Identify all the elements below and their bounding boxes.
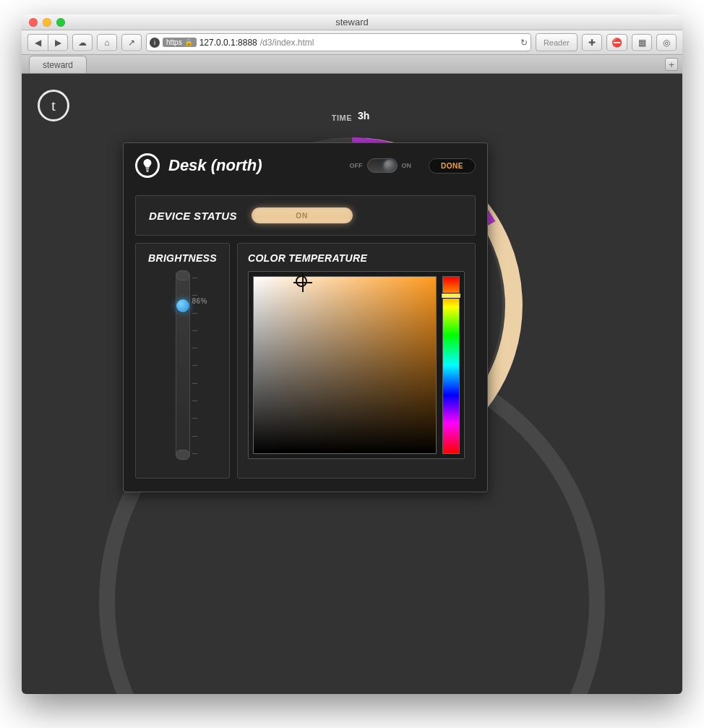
slider-cap-bottom bbox=[176, 450, 190, 460]
titlebar: steward bbox=[22, 14, 682, 30]
time-label: TIME bbox=[332, 114, 352, 122]
window-title: steward bbox=[22, 17, 682, 27]
svg-rect-4 bbox=[147, 171, 149, 172]
reader-button[interactable]: Reader bbox=[536, 33, 578, 51]
forward-button[interactable]: ▶ bbox=[48, 34, 68, 51]
share-icon: ↗ bbox=[128, 38, 135, 48]
power-toggle-group: OFF ON bbox=[350, 158, 412, 173]
brightness-slider[interactable]: 86% bbox=[158, 271, 208, 466]
slider-track bbox=[176, 271, 190, 459]
toggle-off-label: OFF bbox=[350, 162, 363, 169]
slider-cap-top bbox=[176, 270, 190, 281]
svg-rect-3 bbox=[146, 170, 149, 171]
url-path: /d3/index.html bbox=[260, 38, 314, 48]
icloud-button[interactable]: ☁ bbox=[72, 34, 93, 51]
brightness-value: 86% bbox=[192, 297, 208, 305]
color-temperature-label: COLOR TEMPERATURE bbox=[248, 252, 465, 264]
toggle-on-label: ON bbox=[402, 162, 412, 169]
device-status-label: DEVICE STATUS bbox=[149, 210, 237, 222]
new-tab-button[interactable]: + bbox=[665, 58, 678, 71]
modal-header: Desk (north) OFF ON DONE bbox=[135, 153, 476, 178]
toggle-knob bbox=[384, 160, 395, 171]
device-status-pill: ON bbox=[252, 207, 353, 223]
saturation-value-box[interactable] bbox=[253, 276, 437, 454]
scheme-pill: https 🔒 bbox=[163, 38, 197, 47]
tab-steward[interactable]: steward bbox=[29, 56, 87, 73]
color-picker bbox=[248, 271, 465, 459]
home-button[interactable]: ⌂ bbox=[97, 34, 117, 51]
lock-icon: 🔒 bbox=[184, 38, 193, 46]
brightness-panel: BRIGHTNESS 86% bbox=[135, 243, 230, 479]
svg-rect-2 bbox=[146, 168, 150, 169]
hue-slider[interactable] bbox=[442, 276, 460, 454]
time-value: 3h bbox=[358, 110, 369, 121]
device-status-value: ON bbox=[296, 212, 308, 220]
url-host: 127.0.0.1:8888 bbox=[199, 38, 257, 48]
extension-button-1[interactable]: ✚ bbox=[582, 34, 602, 51]
color-temperature-panel: COLOR TEMPERATURE bbox=[237, 243, 476, 479]
home-icon: ⌂ bbox=[104, 38, 109, 48]
browser-window: ⤡ steward ◀ ▶ ☁ ⌂ ↗ i https 🔒 127.0. bbox=[22, 14, 682, 694]
slider-handle[interactable] bbox=[176, 299, 189, 312]
app-logo-letter: t bbox=[51, 96, 56, 115]
site-info-icon: i bbox=[150, 38, 160, 48]
extension-button-4[interactable]: ◎ bbox=[656, 34, 677, 51]
device-name: Desk (north) bbox=[168, 156, 262, 175]
extension-button-2[interactable]: ⛔ bbox=[606, 34, 627, 51]
address-bar[interactable]: i https 🔒 127.0.0.1:8888 /d3/index.html … bbox=[146, 33, 531, 51]
cloud-icon: ☁ bbox=[78, 38, 87, 48]
power-toggle[interactable] bbox=[367, 158, 398, 173]
brightness-label: BRIGHTNESS bbox=[148, 252, 217, 264]
done-button[interactable]: DONE bbox=[429, 158, 476, 174]
app-logo[interactable]: t bbox=[38, 90, 69, 121]
lightbulb-icon bbox=[135, 153, 160, 178]
page-content: t TIME 3h bbox=[22, 74, 682, 694]
tab-label: steward bbox=[43, 60, 73, 70]
control-panels: BRIGHTNESS 86% bbox=[135, 243, 476, 479]
tab-bar: steward + bbox=[22, 55, 682, 74]
extension-button-3[interactable]: ▦ bbox=[632, 34, 652, 51]
sv-cursor-icon[interactable] bbox=[296, 275, 307, 287]
reload-button[interactable]: ↻ bbox=[520, 38, 528, 48]
browser-toolbar: ◀ ▶ ☁ ⌂ ↗ i https 🔒 127.0.0.1:8888 /d3/i… bbox=[22, 30, 682, 55]
device-modal: Desk (north) OFF ON DONE DEVICE STATUS O… bbox=[123, 142, 488, 492]
hue-thumb[interactable] bbox=[441, 293, 461, 299]
nav-buttons: ◀ ▶ bbox=[27, 34, 68, 51]
device-status-card: DEVICE STATUS ON bbox=[135, 195, 476, 236]
share-button[interactable]: ↗ bbox=[121, 34, 142, 51]
back-button[interactable]: ◀ bbox=[27, 34, 48, 51]
